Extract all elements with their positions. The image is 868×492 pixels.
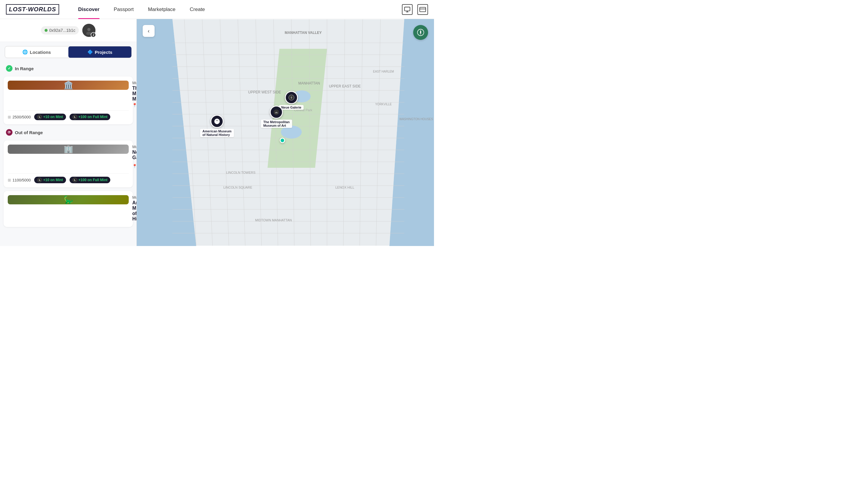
card-top-neue: 🏢 Museums ✔️ Neue Galerie 📍 1 mile away [8,145,129,170]
map-marker-met[interactable]: The Metropolitan Museum of Art [261,106,292,128]
nav-marketplace[interactable]: Marketplace [141,0,183,19]
l-icon-met: L [37,115,42,119]
svg-rect-3 [420,7,426,11]
svg-point-68 [420,32,421,33]
marker-circle-amnh [210,115,223,128]
card-distance-neue: 📍 1 mile away [132,162,137,170]
sidebar: 0x92a7...1b1c 2 🌐 Locations 🔷 [0,19,137,246]
card-thumb-neue: 🏢 [8,145,129,154]
header-right [402,4,428,15]
out-of-range-label: Out of Range [15,130,43,135]
card-bottom-neue: ⊞ 1100/5000 L +10 on Mint L +100 on Full… [8,173,129,183]
location-card-neue[interactable]: 🏢 Museums ✔️ Neue Galerie 📍 1 mile away [4,140,133,188]
svg-text:UPPER EAST SIDE: UPPER EAST SIDE [329,84,361,88]
svg-text:YORKVILLE: YORKVILLE [375,103,392,106]
card-top-amnh: 🦕 Museums ✔️ American Museum of Natural … [8,195,129,223]
category-label-neue: Museums [132,145,137,149]
tab-toggle: 🌐 Locations 🔷 Projects [5,46,132,58]
l-icon-full-neue: L [73,178,77,182]
grid-icon-met: ⊞ [8,115,11,119]
l-icon-neue: L [37,178,42,182]
card-info-neue: Museums ✔️ Neue Galerie 📍 1 mile away [132,145,137,170]
mint-plus-neue: +10 on Mint [43,178,63,182]
map-back-button[interactable]: ‹ [143,25,155,37]
card-category-neue: Museums ✔️ [132,145,137,149]
card-name-met: The Metropolitan Museum [132,86,137,102]
card-name-neue: Neue Galerie [132,150,137,160]
svg-text:LINCOLN SQUARE: LINCOLN SQUARE [223,186,252,189]
tab-projects[interactable]: 🔷 Projects [69,46,132,58]
card-name-amnh: American Museum of Natural History [132,200,137,222]
category-label-met: Museums [132,81,137,85]
svg-point-64 [214,119,220,124]
user-row: 0x92a7...1b1c 2 [0,19,136,42]
mint-badge-neue: L +10 on Mint [34,177,66,183]
card-info-met: Museums ✔️ The Metropolitan Museum 📍 in … [132,81,137,107]
marker-inner-met [271,106,282,118]
svg-text:UPPER WEST SIDE: UPPER WEST SIDE [248,90,281,94]
user-location-dot [280,138,285,143]
progress-text-met: 2500/5000 [12,115,31,119]
marker-label-line2-met: Museum of Art [263,124,290,127]
progress-text-neue: 1100/5000 [12,178,31,182]
out-of-range-icon: ⟳ [6,129,12,136]
monitor-icon[interactable] [402,4,413,15]
card-info-amnh: Museums ✔️ American Museum of Natural Hi… [132,195,137,223]
main-nav: Discover Passport Marketplace Create [71,0,402,19]
header: LOST·WORLDS Discover Passport Marketplac… [0,0,434,19]
card-distance-met: 📍 in range [132,103,137,107]
marker-label-amnh: American Museum of Natural History [200,129,234,137]
card-thumb-amnh: 🦕 [8,195,129,204]
wallet-connected-dot [45,29,48,32]
full-mint-badge-met: L +100 on Full Mint [70,114,111,120]
map-container[interactable]: MANHATTAN VALLEY UPPER WEST SIDE MANHATT… [137,19,434,246]
nav-passport[interactable]: Passport [107,0,141,19]
marker-label-met: The Metropolitan Museum of Art [261,120,292,128]
map-visual: MANHATTAN VALLEY UPPER WEST SIDE MANHATT… [137,19,434,246]
location-card-met[interactable]: 🏛️ Museums ✔️ The Metropolitan Museum 📍 … [4,76,133,124]
marker-label-line1-amnh: American Museum [203,129,232,133]
l-icon-full-met: L [73,115,77,119]
location-card-amnh[interactable]: 🦕 Museums ✔️ American Museum of Natural … [4,191,133,227]
app-logo: LOST·WORLDS [6,4,59,15]
tab-locations[interactable]: 🌐 Locations [5,46,69,58]
svg-text:MANHATTAN: MANHATTAN [298,81,320,85]
marker-inner-neue [286,92,297,103]
map-compass-button[interactable] [413,25,428,40]
svg-point-6 [87,28,91,31]
out-of-range-section: ⟳ Out of Range [0,126,136,139]
svg-rect-0 [404,7,410,11]
svg-text:LENOX HILL: LENOX HILL [335,186,354,189]
nav-create[interactable]: Create [183,0,212,19]
marker-label-line2-amnh: of Natural History [203,133,232,137]
svg-text:WASHINGTON HOUSES: WASHINGTON HOUSES [399,118,433,121]
marker-inner-amnh [211,116,222,127]
locations-icon: 🌐 [22,49,28,55]
card-bottom-met: ⊞ 2500/5000 L +10 on Mint L +100 on Full… [8,110,129,120]
in-range-icon: ✓ [6,65,12,72]
wallet-address[interactable]: 0x92a7...1b1c [41,26,79,34]
avatar[interactable]: 2 [82,24,96,37]
card-stat-progress-met: ⊞ 2500/5000 [8,115,31,119]
grid-icon-neue: ⊞ [8,178,11,182]
map-marker-amnh[interactable]: American Museum of Natural History [200,115,234,137]
marker-circle-neue [285,91,298,104]
tab-projects-label: Projects [95,50,112,55]
card-top-met: 🏛️ Museums ✔️ The Metropolitan Museum 📍 … [8,81,129,107]
svg-text:MANHATTAN VALLEY: MANHATTAN VALLEY [285,31,322,35]
projects-icon: 🔷 [87,49,93,55]
mint-plus-met: +10 on Mint [43,115,63,119]
main-content: 0x92a7...1b1c 2 🌐 Locations 🔷 [0,19,434,246]
full-mint-plus-met: +100 on Full Mint [78,115,108,119]
full-mint-plus-neue: +100 on Full Mint [78,178,108,182]
in-range-label: In Range [15,66,33,71]
wallet-icon[interactable] [417,4,428,15]
full-mint-badge-neue: L +100 on Full Mint [70,177,111,183]
avatar-badge-count: 2 [91,32,96,38]
card-category-met: Museums ✔️ [132,81,137,85]
in-range-section: ✓ In Range [0,62,136,75]
wallet-address-text: 0x92a7...1b1c [49,28,76,33]
card-thumb-met: 🏛️ [8,81,129,90]
svg-text:EAST HARLEM: EAST HARLEM [373,70,394,73]
nav-discover[interactable]: Discover [71,0,107,19]
